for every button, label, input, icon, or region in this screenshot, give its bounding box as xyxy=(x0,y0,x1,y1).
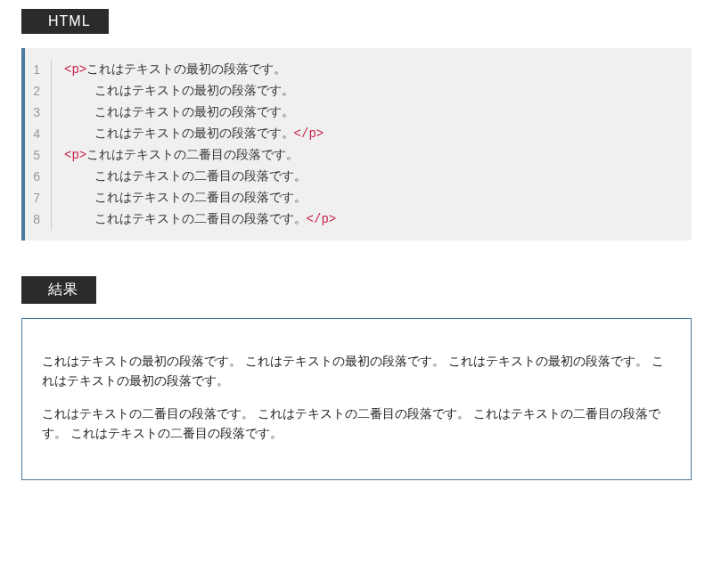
line-number: 2 xyxy=(32,80,40,102)
code-line: <p>これはテキストの最初の段落です。 xyxy=(64,59,336,80)
code-line: これはテキストの最初の段落です。 xyxy=(64,102,336,123)
code-line: これはテキストの二番目の段落です。 xyxy=(64,166,336,187)
result-block: これはテキストの最初の段落です。 これはテキストの最初の段落です。 これはテキス… xyxy=(21,318,692,480)
line-number-gutter: 12345678 xyxy=(32,59,52,230)
code-line: <p>これはテキストの二番目の段落です。 xyxy=(64,144,336,166)
line-number: 5 xyxy=(32,144,40,166)
result-paragraph: これはテキストの最初の段落です。 これはテキストの最初の段落です。 これはテキス… xyxy=(42,351,671,391)
section-header-result: 結果 xyxy=(21,276,96,304)
code-line: これはテキストの二番目の段落です。 xyxy=(64,187,336,208)
code-content: <p>これはテキストの最初の段落です。 これはテキストの最初の段落です。 これは… xyxy=(64,59,336,230)
code-line: これはテキストの最初の段落です。 xyxy=(64,80,336,102)
code-line: これはテキストの二番目の段落です。</p> xyxy=(64,208,336,230)
code-block: 12345678 <p>これはテキストの最初の段落です。 これはテキストの最初の… xyxy=(21,48,692,241)
line-number: 6 xyxy=(32,166,40,187)
section-header-html: HTML xyxy=(21,9,109,34)
line-number: 8 xyxy=(32,208,40,230)
line-number: 3 xyxy=(32,102,40,123)
code-line: これはテキストの最初の段落です。</p> xyxy=(64,123,336,144)
line-number: 1 xyxy=(32,59,40,80)
line-number: 4 xyxy=(32,123,40,144)
result-paragraph: これはテキストの二番目の段落です。 これはテキストの二番目の段落です。 これはテ… xyxy=(42,404,671,444)
line-number: 7 xyxy=(32,187,40,208)
